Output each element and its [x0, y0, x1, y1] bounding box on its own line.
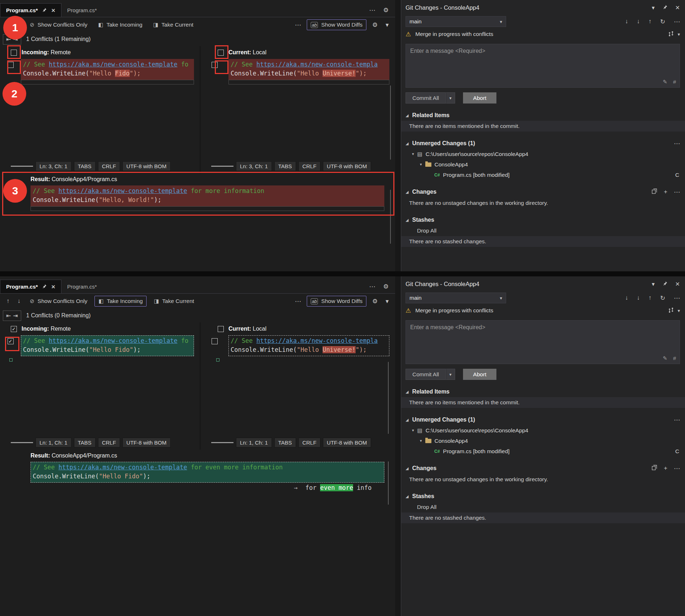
result-code-block[interactable]: // See https://aka.ms/new-console-templa…: [31, 185, 384, 206]
more-actions-icon[interactable]: ⋯: [674, 140, 680, 147]
h-scrollbar[interactable]: [211, 442, 233, 443]
show-conflicts-only-button[interactable]: ⊘ Show Conflicts Only: [26, 20, 91, 30]
pull-icon[interactable]: ↓: [637, 294, 640, 302]
stage-all-icon[interactable]: +: [664, 465, 667, 472]
incoming-select-all-checkbox[interactable]: ✓: [11, 326, 17, 332]
more-actions-icon[interactable]: ⋯: [674, 465, 680, 472]
toolbar-chevron-icon[interactable]: ▾: [383, 298, 391, 305]
tab-program-cs[interactable]: Program.cs* ✕: [0, 280, 61, 293]
more-actions-icon[interactable]: ⋯: [674, 294, 680, 302]
related-items-section[interactable]: ◢ Related Items: [401, 110, 685, 121]
link-text[interactable]: https://aka.ms/new-console-templa: [256, 61, 378, 68]
pin-icon[interactable]: [663, 281, 667, 287]
close-icon[interactable]: ✕: [675, 4, 680, 11]
more-actions-icon[interactable]: ⋯: [369, 6, 375, 14]
more-actions-icon[interactable]: ⋯: [674, 18, 680, 26]
pin-icon[interactable]: [42, 8, 47, 13]
commit-all-button[interactable]: Commit All: [406, 369, 446, 380]
indent-indicator[interactable]: TABS: [74, 438, 96, 447]
issue-grid-icon[interactable]: #: [673, 355, 676, 362]
collapse-panel-icon[interactable]: ▾: [652, 4, 655, 11]
drop-all-item[interactable]: Drop All: [401, 502, 685, 512]
issue-grid-icon[interactable]: #: [673, 79, 676, 85]
generate-message-icon[interactable]: ✎: [663, 79, 667, 85]
take-current-button[interactable]: ◨ Take Current: [150, 296, 198, 306]
project-tree-item[interactable]: ▾ ConsoleApp4: [401, 159, 685, 170]
stashes-section[interactable]: ◢ Stashes: [401, 215, 685, 225]
prev-change-icon[interactable]: ↑: [4, 298, 12, 305]
unmerged-changes-section[interactable]: ◢ Unmerged Changes (1) ⋯: [401, 138, 685, 149]
show-word-diffs-button[interactable]: ab Show Word Diffs: [307, 19, 366, 30]
stage-all-icon[interactable]: +: [664, 188, 667, 196]
indent-indicator[interactable]: TABS: [74, 161, 96, 171]
refresh-icon[interactable]: ↻: [660, 18, 665, 26]
more-actions-icon[interactable]: ⋯: [674, 416, 680, 424]
more-actions-icon[interactable]: ⋯: [369, 283, 375, 290]
line-col-indicator[interactable]: Ln: 3, Ch: 1: [236, 161, 272, 171]
repo-tree-item[interactable]: ▾ ▤ C:\Users\user\source\repos\ConsoleAp…: [401, 149, 685, 159]
fetch-icon[interactable]: ↓: [625, 294, 628, 302]
eol-indicator[interactable]: CRLF: [298, 161, 320, 171]
encoding-indicator[interactable]: UTF-8 with BOM: [323, 438, 371, 447]
generate-message-icon[interactable]: ✎: [663, 355, 667, 362]
unmerged-changes-section[interactable]: ◢ Unmerged Changes (1) ⋯: [401, 414, 685, 425]
commit-all-button[interactable]: Commit All: [406, 92, 446, 104]
pin-icon[interactable]: [663, 4, 667, 11]
indent-indicator[interactable]: TABS: [274, 438, 296, 447]
settings-gear-icon[interactable]: ⚙: [383, 6, 389, 14]
chevron-down-icon[interactable]: ▾: [677, 32, 680, 37]
line-col-indicator[interactable]: Ln: 3, Ch: 1: [36, 161, 71, 171]
abort-button[interactable]: Abort: [463, 92, 496, 104]
commit-message-box[interactable]: Enter a message <Required> ✎ #: [406, 44, 680, 88]
goto-prev-conflict-icon[interactable]: ⇤: [6, 312, 11, 319]
file-tree-item[interactable]: C# Program.cs [both modified] C: [401, 446, 685, 456]
encoding-indicator[interactable]: UTF-8 with BOM: [122, 438, 171, 447]
indent-indicator[interactable]: TABS: [274, 161, 296, 171]
drop-all-item[interactable]: Drop All: [401, 225, 685, 236]
incoming-conflict-checkbox[interactable]: [8, 62, 14, 68]
incoming-conflict-block[interactable]: // See https://aka.ms/new-console-templa…: [21, 59, 194, 80]
pin-icon[interactable]: [42, 284, 47, 290]
v-scrollbar[interactable]: [388, 362, 389, 434]
toolbar-settings-icon[interactable]: ⚙: [370, 298, 380, 305]
close-icon[interactable]: ✕: [51, 284, 55, 290]
toolbar-settings-icon[interactable]: ⚙: [370, 21, 380, 29]
show-conflicts-only-button[interactable]: ⊘ Show Conflicts Only: [26, 296, 91, 306]
result-code-block[interactable]: // See https://aka.ms/new-console-templa…: [31, 462, 384, 483]
next-change-icon[interactable]: ↓: [15, 21, 23, 28]
commit-message-box[interactable]: Enter a message <Required> ✎ #: [406, 320, 680, 364]
settings-gear-icon[interactable]: ⚙: [383, 283, 389, 290]
repo-tree-item[interactable]: ▾ ▤ C:\Users\user\source\repos\ConsoleAp…: [401, 425, 685, 436]
eol-indicator[interactable]: CRLF: [98, 438, 120, 447]
incoming-select-all-checkbox[interactable]: [11, 50, 17, 56]
project-tree-item[interactable]: ▾ ConsoleApp4: [401, 436, 685, 446]
close-icon[interactable]: ✕: [51, 8, 55, 13]
close-icon[interactable]: ✕: [675, 281, 680, 288]
next-change-icon[interactable]: ↓: [15, 298, 23, 305]
tab-program-cs-2[interactable]: Program.cs*: [61, 3, 103, 17]
abort-button[interactable]: Abort: [463, 369, 496, 380]
tab-program-cs-2[interactable]: Program.cs*: [61, 280, 103, 293]
more-actions-icon[interactable]: ⋯: [674, 188, 680, 196]
show-word-diffs-button[interactable]: ab Show Word Diffs: [307, 296, 366, 307]
push-icon[interactable]: ↑: [648, 18, 652, 26]
changes-section[interactable]: ◢ Changes + ⋯: [401, 187, 685, 197]
incoming-conflict-block[interactable]: // See https://aka.ms/new-console-templa…: [21, 335, 194, 356]
link-text[interactable]: https://aka.ms/new-console-template: [49, 61, 177, 68]
v-scrollbar[interactable]: [390, 190, 391, 244]
h-scrollbar[interactable]: [11, 442, 33, 443]
toolbar-more-icon[interactable]: ⋯: [293, 298, 303, 305]
link-text[interactable]: https://aka.ms/new-console-template: [59, 464, 187, 471]
encoding-indicator[interactable]: UTF-8 with BOM: [122, 161, 171, 171]
take-incoming-button[interactable]: ◧ Take Incoming: [94, 296, 147, 307]
refresh-icon[interactable]: ↻: [660, 294, 665, 302]
fetch-icon[interactable]: ↓: [625, 18, 628, 26]
tab-program-cs[interactable]: Program.cs* ✕: [0, 3, 61, 17]
h-scrollbar[interactable]: [11, 166, 33, 167]
stashes-section[interactable]: ◢ Stashes: [401, 491, 685, 502]
branch-selector[interactable]: main ▾: [406, 16, 506, 27]
commit-options-dropdown[interactable]: ▾: [446, 369, 455, 380]
goto-next-conflict-icon[interactable]: ⇥: [13, 312, 18, 319]
pull-icon[interactable]: ↓: [637, 18, 640, 26]
link-text[interactable]: https://aka.ms/new-console-template: [49, 337, 177, 344]
